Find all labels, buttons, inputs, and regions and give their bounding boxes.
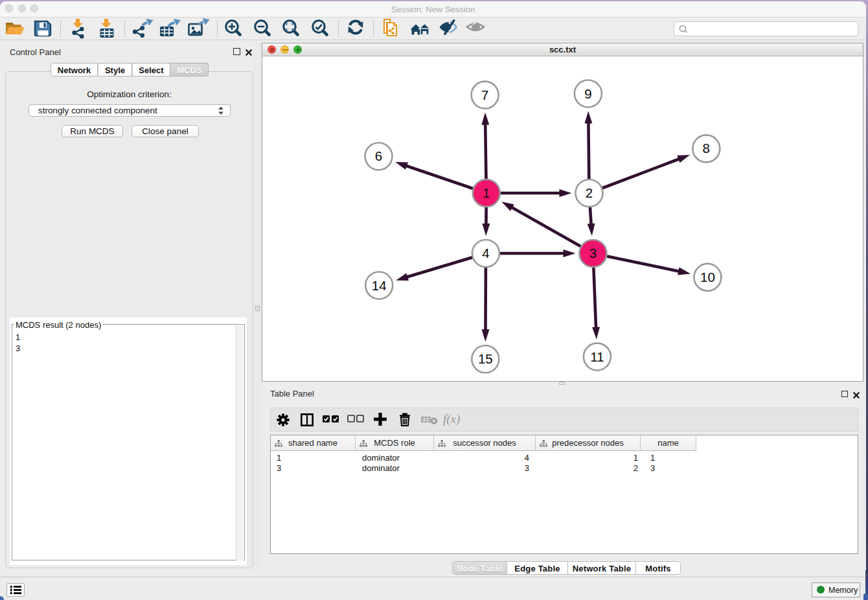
svg-text:2: 2 — [586, 185, 593, 200]
svg-text:9: 9 — [584, 86, 591, 101]
svg-text:14: 14 — [372, 278, 387, 293]
svg-text:11: 11 — [590, 349, 604, 364]
svg-text:4: 4 — [482, 246, 489, 260]
svg-text:8: 8 — [703, 141, 710, 156]
svg-text:10: 10 — [700, 270, 715, 284]
svg-text:1: 1 — [483, 185, 490, 200]
svg-text:3: 3 — [589, 246, 597, 260]
svg-text:6: 6 — [375, 148, 382, 163]
svg-text:7: 7 — [481, 87, 488, 102]
svg-text:15: 15 — [478, 351, 493, 366]
